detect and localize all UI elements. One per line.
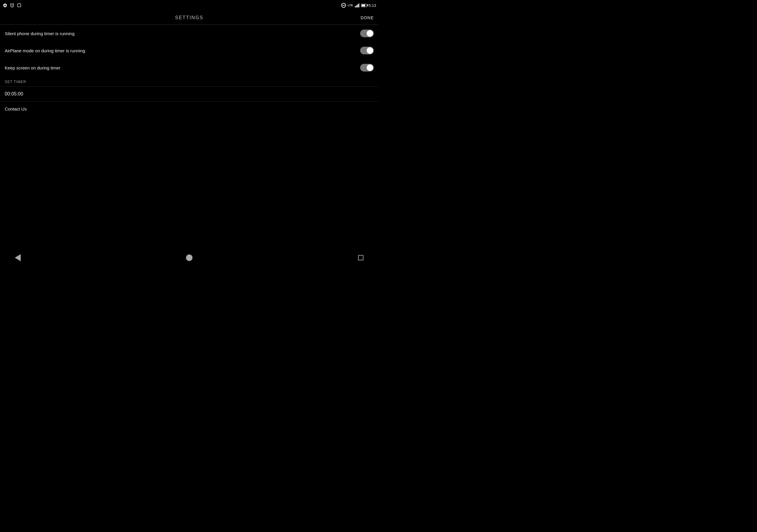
contact-us-item[interactable]: Contact Us xyxy=(0,102,378,116)
bottom-navigation xyxy=(0,250,378,266)
clipboard-icon xyxy=(16,3,22,8)
back-icon xyxy=(15,254,21,261)
app-bar: SETTINGS DONE xyxy=(0,11,378,25)
back-button[interactable] xyxy=(12,252,24,264)
toggle-knob xyxy=(367,47,373,54)
lte-icon: LTE xyxy=(348,4,353,7)
status-bar: LTE 5:13 xyxy=(0,0,378,11)
set-timer-label: SET TIMER xyxy=(5,80,26,84)
status-bar-right: LTE 5:13 xyxy=(341,3,376,8)
settings-item-silent-phone[interactable]: Silent phone during timer is running xyxy=(0,25,378,42)
airplane-mode-toggle[interactable] xyxy=(360,47,374,54)
recent-apps-button[interactable] xyxy=(355,252,367,264)
airplane-mode-label: AirPlane mode on during timer is running xyxy=(5,48,85,53)
status-bar-left xyxy=(2,3,22,8)
keep-screen-label: Keep screen on during timer xyxy=(5,65,60,70)
done-button[interactable]: DONE xyxy=(361,15,374,20)
settings-list: Silent phone during timer is running Air… xyxy=(0,25,378,116)
contact-us-label: Contact Us xyxy=(5,106,27,111)
silent-phone-toggle[interactable] xyxy=(360,30,374,37)
keep-screen-toggle[interactable] xyxy=(360,64,374,72)
home-button[interactable] xyxy=(183,252,195,264)
recent-icon xyxy=(358,255,363,260)
toggle-knob xyxy=(367,30,373,37)
battery-icon xyxy=(361,4,367,7)
timer-value[interactable]: 00:05:00 xyxy=(0,87,378,102)
timer-value-text: 00:05:00 xyxy=(5,91,23,96)
settings-item-keep-screen[interactable]: Keep screen on during timer xyxy=(0,59,378,76)
alarm-icon xyxy=(10,3,15,8)
dnd-icon xyxy=(341,3,346,8)
signal-icon xyxy=(355,3,359,7)
silent-phone-label: Silent phone during timer is running xyxy=(5,31,75,36)
settings-item-airplane-mode[interactable]: AirPlane mode on during timer is running xyxy=(0,42,378,59)
status-time: 5:13 xyxy=(369,3,376,8)
settings-icon xyxy=(2,3,8,8)
home-icon xyxy=(186,254,193,261)
toggle-knob xyxy=(367,64,373,71)
page-title: SETTINGS xyxy=(175,15,203,20)
set-timer-header: SET TIMER xyxy=(0,76,378,86)
